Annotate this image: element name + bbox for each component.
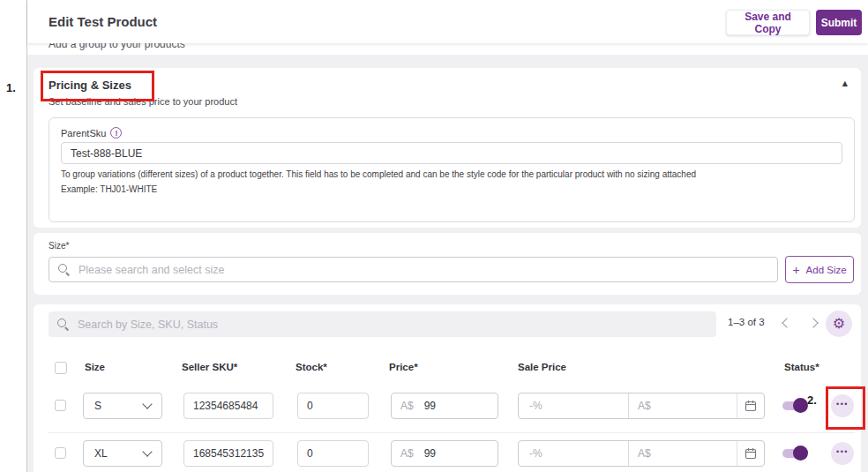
search-icon <box>57 318 69 330</box>
top-bar: Edit Test Product Save and Copy Submit <box>27 0 868 43</box>
row-checkbox[interactable] <box>55 447 66 459</box>
size-select[interactable]: S <box>83 393 162 419</box>
parent-sku-box: ParentSku ! To group variations (differe… <box>49 117 855 222</box>
pagination-label: 1–3 of 3 <box>728 317 765 327</box>
toggle-knob <box>793 398 808 413</box>
sale-amount-field[interactable]: A$ <box>629 441 764 466</box>
add-size-label: Add Size <box>806 265 847 275</box>
save-and-copy-button[interactable]: Save and Copy <box>726 10 810 35</box>
currency-prefix: A$ <box>400 447 414 460</box>
chevron-down-icon <box>142 446 152 456</box>
size-search-field <box>49 257 778 282</box>
table-search-input[interactable] <box>76 318 707 332</box>
parent-sku-label: ParentSku <box>61 128 106 139</box>
size-search-input[interactable] <box>77 263 768 277</box>
size-select-value: S <box>94 400 144 412</box>
annotation-step-1: 1. <box>6 81 16 94</box>
seller-sku-input[interactable] <box>183 393 273 419</box>
annotation-step-2: 2. <box>807 393 817 407</box>
more-icon: ••• <box>836 448 849 456</box>
select-all-checkbox[interactable] <box>55 362 67 374</box>
parent-sku-label-row: ParentSku ! <box>61 127 122 139</box>
calendar-icon <box>745 400 757 412</box>
size-section: Size* + Add Size <box>34 233 861 295</box>
column-header-size: Size <box>85 362 105 372</box>
status-toggle-row-0[interactable] <box>782 401 805 410</box>
size-select[interactable]: XL <box>83 440 162 467</box>
size-label: Size* <box>49 241 69 251</box>
sale-schedule-button[interactable] <box>737 441 764 466</box>
chevron-down-icon <box>142 399 152 408</box>
annotation-red-box-more-button <box>826 386 865 430</box>
parent-sku-example-text: Example: THJ01-WHITE <box>61 184 157 194</box>
plus-icon: + <box>792 264 799 276</box>
currency-prefix: A$ <box>638 400 737 412</box>
calendar-icon <box>745 447 757 460</box>
status-toggle-row-1[interactable] <box>782 449 805 458</box>
row-divider <box>49 432 855 433</box>
size-select-value: XL <box>94 447 144 460</box>
sale-schedule-button[interactable] <box>737 393 764 418</box>
table-settings-button[interactable]: ⚙ <box>826 311 852 337</box>
parent-sku-input[interactable] <box>61 142 842 164</box>
scrolled-section-strip: Add a group to your products <box>27 43 868 55</box>
price-input[interactable]: A$ 99 <box>391 440 498 467</box>
row-checkbox[interactable] <box>55 400 66 411</box>
table-search-field <box>49 311 716 337</box>
parent-sku-helper-text: To group variations (different sizes) of… <box>61 169 696 179</box>
price-value: 99 <box>424 447 436 460</box>
column-header-stock: Stock* <box>296 362 327 372</box>
sale-percent-input[interactable] <box>528 446 619 461</box>
stock-input[interactable] <box>297 393 369 419</box>
price-value: 99 <box>424 400 436 412</box>
row-more-options-button[interactable]: ••• <box>831 442 854 465</box>
pagination-next-button[interactable] <box>806 316 820 330</box>
collapse-section-icon[interactable]: ▲ <box>842 79 848 87</box>
sale-price-group: A$ <box>518 393 765 419</box>
sale-percent-field <box>519 393 629 418</box>
sale-percent-input[interactable] <box>528 399 619 413</box>
column-header-sale-price: Sale Price <box>518 362 566 372</box>
search-icon <box>58 264 70 275</box>
seller-sku-input[interactable] <box>183 440 273 467</box>
gear-icon: ⚙ <box>833 317 845 331</box>
submit-button[interactable]: Submit <box>816 10 862 35</box>
pagination-prev-button[interactable] <box>780 316 794 330</box>
price-input[interactable]: A$ 99 <box>391 393 498 419</box>
scrolled-section-text: Add a group to your products <box>49 43 868 50</box>
info-icon[interactable]: ! <box>110 127 122 139</box>
variants-table-section: 1–3 of 3 ⚙ Size Seller SKU* Stock* Price… <box>34 304 861 472</box>
column-header-status: Status* <box>784 362 819 372</box>
column-header-seller-sku: Seller SKU* <box>182 362 237 372</box>
sale-amount-field[interactable]: A$ <box>629 393 764 418</box>
add-size-button[interactable]: + Add Size <box>785 256 854 283</box>
page-title: Edit Test Product <box>49 14 157 29</box>
column-header-price: Price* <box>389 362 418 372</box>
left-gutter-divider <box>26 0 27 472</box>
annotation-red-box-pricing <box>41 71 154 101</box>
sale-percent-field <box>519 441 629 466</box>
currency-prefix: A$ <box>638 447 737 460</box>
sale-price-group: A$ <box>518 440 765 467</box>
currency-prefix: A$ <box>400 400 414 412</box>
chevron-right-icon <box>808 318 818 327</box>
toggle-knob <box>793 446 808 461</box>
chevron-left-icon <box>782 318 791 327</box>
pricing-sizes-section: Pricing & Sizes Set baseline and sales p… <box>34 68 861 228</box>
stock-input[interactable] <box>297 440 369 467</box>
